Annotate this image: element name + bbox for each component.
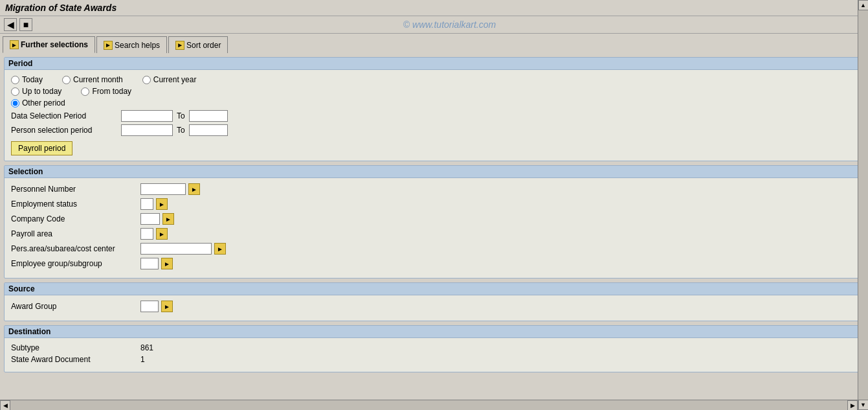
scroll-track[interactable] [858,10,868,400]
radio-other-period[interactable] [11,99,19,108]
selection-header: Selection [5,166,863,178]
personnel-number-row: Personnel Number ► [11,183,857,195]
employment-status-arrow[interactable]: ► [156,198,168,210]
source-section: Source Award Group ► [4,282,864,321]
period-row-3: Other period [11,98,857,108]
data-selection-period-to[interactable] [189,110,228,122]
selection-section: Selection Personnel Number ► Employment … [4,165,864,279]
state-award-document-value: 1 [140,355,145,364]
state-award-document-label: State Award Document [11,355,140,364]
destination-body: Subtype 861 State Award Document 1 [5,338,863,372]
payroll-area-input[interactable] [140,228,153,240]
radio-today[interactable] [11,76,19,84]
radio-up-to-today-label: Up to today [22,87,61,96]
period-row-1: Today Current month Current year [11,75,857,84]
radio-other-period-item: Other period [11,98,65,108]
tab-label-sort: Sort order [186,41,221,50]
subtype-row: Subtype 861 [11,343,857,352]
payroll-area-row: Payroll area ► [11,228,857,240]
data-selection-period-label: Data Selection Period [11,111,121,120]
radio-today-label: Today [22,75,43,84]
person-selection-period-from[interactable] [121,124,173,136]
back-icon[interactable]: ◀ [4,18,17,31]
source-header: Source [5,283,863,295]
source-body: Award Group ► [5,295,863,321]
subtype-label: Subtype [11,343,140,352]
page-title: Migration of State Awards [5,3,117,13]
destination-section: Destination Subtype 861 State Award Docu… [4,325,864,372]
radio-up-to-today[interactable] [11,87,19,96]
toolbar: ◀ ■ © www.tutorialkart.com [0,16,868,34]
radio-current-month-label: Current month [73,75,123,84]
scroll-right-button[interactable]: ▶ [847,400,858,411]
employment-status-input[interactable] [140,198,153,210]
pers-area-input[interactable] [140,243,212,255]
tab-sort-order[interactable]: ► Sort order [168,36,228,53]
scroll-left-button[interactable]: ◀ [0,400,10,411]
scrollbar-bottom: ◀ ▶ [0,400,858,410]
tab-arrow-sort: ► [175,41,184,50]
radio-current-year-label: Current year [153,75,197,84]
destination-header: Destination [5,326,863,338]
payroll-area-label: Payroll area [11,229,140,238]
company-code-input[interactable] [140,213,160,225]
pers-area-row: Pers.area/subarea/cost center ► [11,243,857,255]
person-selection-period-label: Person selection period [11,126,121,135]
radio-today-item: Today [11,75,43,84]
save-icon[interactable]: ■ [19,18,32,31]
data-selection-period-row: Data Selection Period To [11,110,857,122]
content-area: Period Today Current month Current year [0,53,868,410]
period-header: Period [5,58,863,70]
personnel-number-arrow[interactable]: ► [188,183,200,195]
employee-group-label: Employee group/subgroup [11,259,140,268]
period-body: Today Current month Current year Up to t… [5,70,863,161]
watermark: © www.tutorialkart.com [35,19,864,30]
award-group-row: Award Group ► [11,301,857,312]
to-label-2: To [177,126,185,135]
radio-from-today[interactable] [81,87,89,96]
selection-body: Personnel Number ► Employment status ► C… [5,178,863,278]
scroll-down-button[interactable]: ▼ [858,400,869,410]
employment-status-label: Employment status [11,199,140,209]
company-code-row: Company Code ► [11,213,857,225]
tab-label-search: Search helps [115,41,160,50]
subtype-value: 861 [140,343,153,352]
employment-status-row: Employment status ► [11,198,857,210]
radio-current-year[interactable] [142,76,151,84]
employee-group-input[interactable] [140,258,159,269]
radio-from-today-item: From today [81,87,131,96]
radio-current-month[interactable] [62,76,71,84]
award-group-arrow[interactable]: ► [161,301,173,312]
company-code-label: Company Code [11,214,140,223]
payroll-period-button[interactable]: Payroll period [11,141,72,155]
award-group-label: Award Group [11,302,140,311]
employee-group-arrow[interactable]: ► [161,258,173,269]
tab-label-further: Further selections [21,40,88,49]
pers-area-label: Pers.area/subarea/cost center [11,244,140,253]
radio-current-year-item: Current year [142,75,197,84]
radio-current-month-item: Current month [62,75,123,84]
data-selection-period-from[interactable] [121,110,173,122]
to-label-1: To [177,111,185,120]
radio-up-to-today-item: Up to today [11,87,61,96]
tab-search-helps[interactable]: ► Search helps [96,36,167,53]
radio-from-today-label: From today [92,87,131,96]
scroll-bottom-track[interactable] [10,400,847,410]
pers-area-arrow[interactable]: ► [214,243,226,255]
tab-further-selections[interactable]: ► Further selections [3,36,95,53]
person-selection-period-to[interactable] [189,124,228,136]
company-code-arrow[interactable]: ► [162,213,174,225]
state-award-document-row: State Award Document 1 [11,355,857,364]
employee-group-row: Employee group/subgroup ► [11,258,857,269]
personnel-number-input[interactable] [140,183,186,195]
scroll-up-button[interactable]: ▲ [858,0,869,10]
award-group-input[interactable] [140,301,159,312]
radio-other-period-label: Other period [22,98,65,108]
tab-bar: ► Further selections ► Search helps ► So… [0,34,868,53]
tab-arrow-search: ► [104,41,113,50]
title-bar: Migration of State Awards [0,0,868,16]
period-section: Period Today Current month Current year [4,57,864,161]
period-row-2: Up to today From today [11,87,857,96]
payroll-area-arrow[interactable]: ► [156,228,168,240]
tab-arrow-further: ► [10,40,19,49]
